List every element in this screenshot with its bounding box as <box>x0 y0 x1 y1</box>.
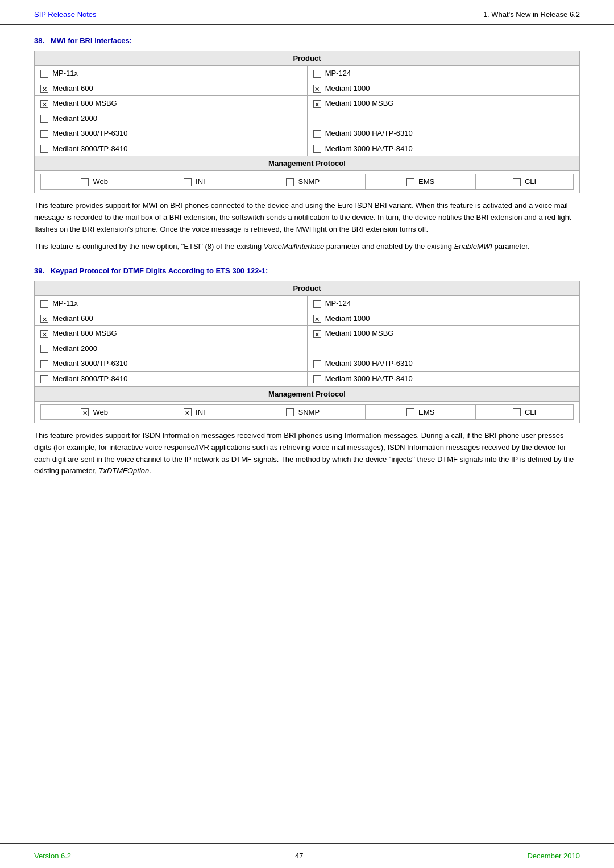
mgmt-label: CLI <box>525 177 536 186</box>
checkbox-mediant3000hatp8410-39[interactable] <box>313 375 321 383</box>
mgmt-cli-38: CLI <box>475 174 573 190</box>
checkbox-ems-38[interactable] <box>406 178 414 186</box>
checkbox-snmp-38[interactable] <box>286 178 294 186</box>
section-38-para2-suffix: parameter. <box>492 242 530 251</box>
checkbox-snmp-39[interactable] <box>286 408 294 416</box>
product-label: MP-11x <box>52 299 78 307</box>
section-38-para2-italic2: EnableMWI <box>454 242 492 251</box>
section-38-para2: This feature is configured by the new op… <box>34 241 580 253</box>
checkbox-mediant800msbg-39[interactable] <box>40 330 48 338</box>
product-label: Mediant 800 MSBG <box>52 99 117 107</box>
product-right-0: MP-124 <box>307 66 580 81</box>
product-label: MP-11x <box>52 69 78 77</box>
sip-release-notes-link[interactable]: SIP Release Notes <box>34 10 97 19</box>
product-right-4: Mediant 3000 HA/TP-6310 <box>307 126 580 141</box>
table-row: Mediant 3000/TP-6310 Mediant 3000 HA/TP-… <box>35 126 580 141</box>
product-label: Mediant 3000/TP-8410 <box>52 144 127 153</box>
product-left-4-39: Mediant 3000/TP-6310 <box>35 356 308 372</box>
checkbox-ini-38[interactable] <box>184 178 192 186</box>
product-label: Mediant 3000 HA/TP-6310 <box>325 129 413 137</box>
footer-version: Version 6.2 <box>34 852 71 860</box>
checkbox-mediant3000tp6310-39[interactable] <box>40 360 48 368</box>
checkbox-mp11x-39[interactable] <box>40 300 48 308</box>
mgmt-label: EMS <box>418 177 434 186</box>
checkbox-mediant1000msbg-38[interactable] <box>313 100 321 108</box>
product-right-1-39: Mediant 1000 <box>307 311 580 326</box>
mgmt-inner-row-39: Web INI SNMP <box>41 404 574 420</box>
checkbox-mp124-39[interactable] <box>313 300 321 308</box>
checkbox-mediant600-38[interactable] <box>40 85 48 93</box>
checkbox-mediant3000tp6310-38[interactable] <box>40 130 48 138</box>
checkbox-mediant2000-38[interactable] <box>40 115 48 123</box>
product-label: Mediant 2000 <box>52 344 97 353</box>
mgmt-snmp-38: SNMP <box>240 174 366 190</box>
checkbox-mediant3000hatp6310-38[interactable] <box>313 130 321 138</box>
checkbox-cli-38[interactable] <box>513 178 521 186</box>
table-row: Mediant 600 Mediant 1000 <box>35 311 580 326</box>
checkbox-ini-39[interactable] <box>184 408 192 416</box>
section-38-table: Product MP-11x MP-124 <box>34 51 580 193</box>
product-left-5-39: Mediant 3000/TP-8410 <box>35 371 308 386</box>
product-label: Mediant 1000 MSBG <box>325 99 394 107</box>
checkbox-mp124-38[interactable] <box>313 70 321 78</box>
mgmt-header-row-39: Management Protocol <box>35 386 580 401</box>
product-label: Mediant 1000 MSBG <box>325 329 394 337</box>
checkbox-web-39[interactable] <box>81 408 89 416</box>
mgmt-header-row-38: Management Protocol <box>35 156 580 171</box>
mgmt-ems-38: EMS <box>366 174 476 190</box>
header-left[interactable]: SIP Release Notes <box>34 10 97 19</box>
checkbox-mediant3000tp8410-39[interactable] <box>40 375 48 383</box>
product-right-4-39: Mediant 3000 HA/TP-6310 <box>307 356 580 372</box>
mgmt-snmp-39: SNMP <box>240 404 366 420</box>
section-38-para1: This feature provides support for MWI on… <box>34 200 580 235</box>
product-left-2-39: Mediant 800 MSBG <box>35 326 308 341</box>
footer-page-number: 47 <box>295 852 303 860</box>
mgmt-label: SNMP <box>298 408 320 416</box>
product-left-4: Mediant 3000/TP-6310 <box>35 126 308 141</box>
checkbox-ems-39[interactable] <box>406 408 414 416</box>
product-header-row: Product <box>35 51 580 66</box>
mgmt-web-38: Web <box>41 174 148 190</box>
footer-date: December 2010 <box>527 852 580 860</box>
mgmt-protocol-cells-39: Web INI SNMP <box>35 401 580 423</box>
product-label: Mediant 600 <box>52 84 93 93</box>
table-row: MP-11x MP-124 <box>35 296 580 311</box>
product-label: Mediant 1000 <box>325 314 370 323</box>
product-left-3: Mediant 2000 <box>35 111 308 126</box>
checkbox-web-38[interactable] <box>81 178 89 186</box>
table-row: Mediant 800 MSBG Mediant 1000 MSBG <box>35 326 580 341</box>
checkbox-mediant1000-38[interactable] <box>313 85 321 93</box>
mgmt-header-cell-39: Management Protocol <box>35 386 580 401</box>
checkbox-mediant2000-39[interactable] <box>40 345 48 353</box>
product-left-0: MP-11x <box>35 66 308 81</box>
mgmt-inner-table-38: Web INI SNMP <box>40 174 574 190</box>
section-38-number: 38. <box>34 36 44 45</box>
product-label: Mediant 3000/TP-6310 <box>52 359 127 368</box>
checkbox-mediant800msbg-38[interactable] <box>40 100 48 108</box>
mgmt-label: Web <box>93 408 109 416</box>
checkbox-mediant3000tp8410-38[interactable] <box>40 145 48 153</box>
mgmt-label: CLI <box>525 408 536 416</box>
mgmt-label: INI <box>196 177 205 186</box>
checkbox-mediant1000msbg-39[interactable] <box>313 330 321 338</box>
mgmt-protocol-row-39: Web INI SNMP <box>35 401 580 423</box>
product-label: MP-124 <box>325 299 351 307</box>
product-label: Mediant 3000 HA/TP-8410 <box>325 374 413 383</box>
product-right-3 <box>307 111 580 126</box>
product-left-0-39: MP-11x <box>35 296 308 311</box>
product-label: Mediant 600 <box>52 314 93 323</box>
checkbox-mediant600-39[interactable] <box>40 315 48 323</box>
product-label: Mediant 3000/TP-8410 <box>52 374 127 383</box>
checkbox-mp11x-38[interactable] <box>40 70 48 78</box>
checkbox-cli-39[interactable] <box>513 408 521 416</box>
checkbox-mediant3000hatp8410-38[interactable] <box>313 145 321 153</box>
mgmt-label: INI <box>196 408 205 416</box>
product-left-1-39: Mediant 600 <box>35 311 308 326</box>
mgmt-ini-38: INI <box>148 174 240 190</box>
product-left-2: Mediant 800 MSBG <box>35 96 308 111</box>
checkbox-mediant3000hatp6310-39[interactable] <box>313 360 321 368</box>
product-header-cell: Product <box>35 51 580 66</box>
product-label: Mediant 3000 HA/TP-6310 <box>325 359 413 368</box>
table-row: Mediant 600 Mediant 1000 <box>35 81 580 96</box>
checkbox-mediant1000-39[interactable] <box>313 315 321 323</box>
